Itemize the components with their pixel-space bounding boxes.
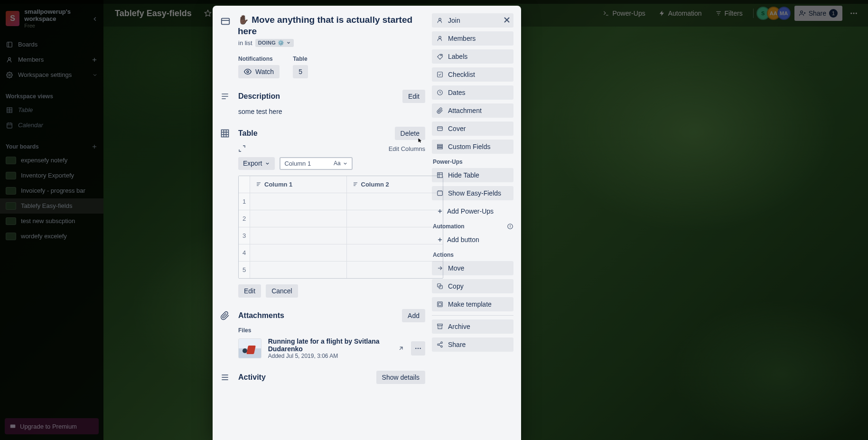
export-dropdown[interactable]: Export xyxy=(238,157,275,170)
svg-point-77 xyxy=(510,225,511,225)
svg-point-88 xyxy=(438,344,439,346)
make-template-button[interactable]: Make template xyxy=(432,297,513,311)
notifications-label: Notifications xyxy=(238,56,280,62)
svg-line-50 xyxy=(400,347,402,350)
members-button[interactable]: Members xyxy=(432,31,513,46)
cancel-table-button[interactable]: Cancel xyxy=(266,284,298,298)
close-button[interactable] xyxy=(499,12,514,28)
card-icon xyxy=(220,16,231,27)
share-icon xyxy=(437,341,444,348)
info-icon[interactable] xyxy=(507,223,513,230)
attachments-heading: Attachments xyxy=(238,311,395,320)
svg-point-35 xyxy=(247,71,249,73)
svg-point-59 xyxy=(440,55,441,56)
edit-columns-button[interactable]: Edit Columns xyxy=(389,145,425,152)
table-cell[interactable] xyxy=(347,227,443,244)
show-details-button[interactable]: Show details xyxy=(376,371,425,384)
table-cell[interactable] xyxy=(250,262,347,278)
checklist-button[interactable]: Checklist xyxy=(432,67,513,82)
hide-table-button[interactable]: Hide Table xyxy=(432,168,513,182)
template-icon xyxy=(437,301,444,308)
edit-table-button[interactable]: Edit xyxy=(238,284,261,298)
list-chip[interactable]: DOING ⚙️ xyxy=(255,39,294,47)
table-count-label: Table xyxy=(293,56,308,62)
table-cell[interactable] xyxy=(250,193,347,210)
table-cell[interactable] xyxy=(250,210,347,227)
svg-point-87 xyxy=(441,342,443,344)
svg-rect-83 xyxy=(438,302,443,307)
actions-heading: Actions xyxy=(433,252,513,258)
show-easy-fields-button[interactable]: Show Easy-Fields xyxy=(432,186,513,200)
copy-button[interactable]: Copy xyxy=(432,279,513,293)
watch-button[interactable]: Watch xyxy=(238,65,280,78)
edit-description-button[interactable]: Edit xyxy=(402,90,425,103)
svg-point-58 xyxy=(439,36,441,38)
description-heading: Description xyxy=(238,92,396,101)
attachment-icon xyxy=(220,311,232,320)
svg-rect-62 xyxy=(438,127,443,131)
dates-button[interactable]: Dates xyxy=(432,85,513,100)
row-number: 2 xyxy=(239,210,250,227)
plus-icon xyxy=(437,208,443,215)
attachment-button[interactable]: Attachment xyxy=(432,103,513,118)
attachment-item[interactable]: Running late for a flight by Svitlana Du… xyxy=(238,337,425,359)
add-powerups-button[interactable]: Add Power-Ups xyxy=(432,204,513,218)
arrow-right-icon xyxy=(437,265,444,271)
open-attachment-icon[interactable] xyxy=(394,341,408,356)
svg-rect-66 xyxy=(438,148,443,149)
svg-rect-64 xyxy=(438,144,443,145)
cover-icon xyxy=(437,125,444,132)
fields-icon xyxy=(437,143,444,150)
attachment-thumbnail[interactable] xyxy=(238,338,261,358)
table-cell[interactable] xyxy=(250,244,347,261)
table-cell[interactable] xyxy=(250,227,347,244)
attachment-name: Running late for a flight by Svitlana Du… xyxy=(268,337,387,353)
labels-button[interactable]: Labels xyxy=(432,49,513,64)
automation-heading: Automation xyxy=(433,223,513,230)
add-attachment-button[interactable]: Add xyxy=(402,309,425,322)
custom-fields-button[interactable]: Custom Fields xyxy=(432,140,513,154)
description-text[interactable]: some test here xyxy=(238,108,425,115)
activity-icon xyxy=(220,373,232,382)
attachment-icon xyxy=(437,107,444,114)
table-cell[interactable] xyxy=(347,210,443,227)
expand-icon[interactable] xyxy=(238,145,247,153)
table-cell[interactable] xyxy=(347,193,443,210)
table-icon xyxy=(220,129,232,138)
archive-button[interactable]: Archive xyxy=(432,319,513,334)
card-modal: ✋🏿 Move anything that is actually starte… xyxy=(213,6,521,440)
table-cell[interactable] xyxy=(347,244,443,261)
activity-heading: Activity xyxy=(238,373,370,382)
attachment-added: Added Jul 5, 2019, 3:06 AM xyxy=(268,353,387,359)
cover-button[interactable]: Cover xyxy=(432,122,513,136)
user-icon xyxy=(437,17,444,24)
svg-point-51 xyxy=(415,347,417,349)
user-icon xyxy=(437,35,444,42)
svg-line-90 xyxy=(439,345,441,346)
add-button-button[interactable]: Add button xyxy=(432,233,513,247)
cursor-pointer xyxy=(418,138,423,143)
copy-icon xyxy=(437,283,444,290)
in-list: in list DOING ⚙️ xyxy=(238,39,425,47)
row-number: 5 xyxy=(239,262,250,278)
share-card-button[interactable]: Share xyxy=(432,337,513,352)
row-number: 1 xyxy=(239,193,250,210)
svg-point-89 xyxy=(441,346,443,347)
checklist-icon xyxy=(437,71,444,78)
svg-rect-65 xyxy=(438,146,443,147)
column-header[interactable]: Column 1 xyxy=(250,176,347,193)
svg-point-57 xyxy=(439,18,441,20)
attachment-menu-icon[interactable] xyxy=(411,341,425,356)
move-button[interactable]: Move xyxy=(432,261,513,275)
svg-rect-67 xyxy=(438,173,443,178)
svg-point-53 xyxy=(420,347,421,349)
column-header[interactable]: Column 2 xyxy=(347,176,443,193)
table-count[interactable]: 5 xyxy=(293,65,308,78)
svg-rect-60 xyxy=(438,72,443,77)
card-title[interactable]: ✋🏿 Move anything that is actually starte… xyxy=(238,14,425,37)
row-number: 3 xyxy=(239,227,250,244)
table-cell[interactable] xyxy=(347,262,443,278)
column-selector[interactable]: Column 1 Aa xyxy=(280,157,352,170)
svg-line-91 xyxy=(439,343,441,344)
files-label: Files xyxy=(238,327,425,334)
